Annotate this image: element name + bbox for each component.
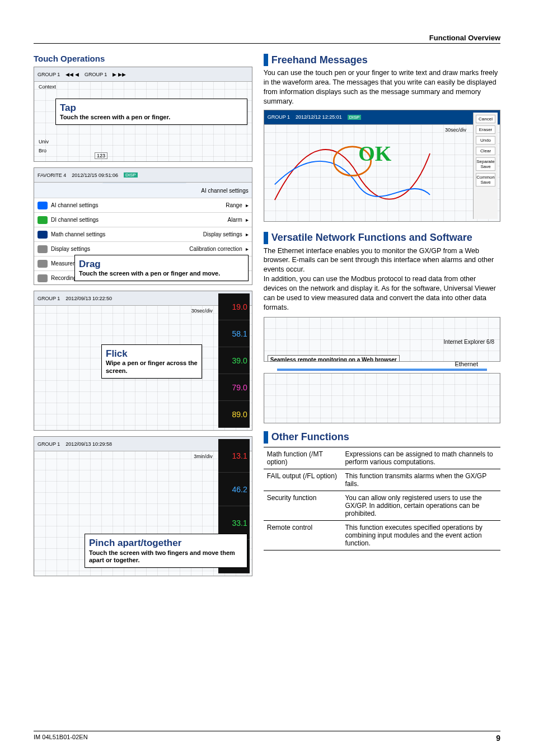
table-row: Security functionYou can allow only regi… — [264, 491, 500, 520]
freehand-toolbar: Cancel Eraser Undo Clear Separate Save C… — [473, 113, 498, 219]
network-body: The Ethernet interface enables you to mo… — [264, 246, 500, 312]
section-bar-icon — [264, 54, 268, 66]
drag-screenshot: FAVORITE 4 2012/12/15 09:51:06 DISP AI c… — [34, 167, 252, 285]
top-group: GROUP 1 — [38, 72, 60, 77]
table-row: Remote controlThis function executes spe… — [264, 520, 500, 550]
other-functions-table: Math function (/MT option)Expressions ca… — [264, 447, 500, 550]
drag-title: Drag — [79, 259, 101, 269]
clear-button[interactable]: Clear — [476, 147, 495, 155]
flick-text: Wipe a pen or finger across the screen. — [106, 360, 198, 374]
drag-text: Touch the screen with a pen or finger an… — [79, 270, 220, 277]
flick-title: Flick — [106, 348, 128, 359]
ethernet-line: Ethernet — [277, 368, 487, 371]
tap-text: Touch the screen with a pen or finger. — [60, 114, 170, 120]
browser-screenshot: Seamless remote monitoring on a Web brow… — [264, 317, 500, 362]
header-section: Functional Overview — [34, 34, 500, 44]
device-screenshot — [264, 373, 500, 423]
section-bar-icon — [264, 431, 268, 444]
freehand-screenshot: GROUP 1 2012/12/12 12:25:01 DISP 30sec/d… — [264, 110, 500, 222]
table-row: Math function (/MT option)Expressions ca… — [264, 447, 500, 469]
context-label: Context — [39, 84, 56, 90]
sep-save-button[interactable]: Separate Save — [476, 157, 495, 171]
section-bar-icon — [264, 232, 268, 244]
freehand-curves — [270, 133, 435, 211]
touch-ops-title: Touch Operations — [34, 54, 252, 63]
freehand-ok: OK — [358, 141, 391, 166]
page-number: 9 — [496, 734, 500, 743]
tap-screenshot: GROUP 1 ◀◀ ◀GROUP 1▶ ▶▶ Context Tap Touc… — [34, 67, 252, 162]
ie-label: Internet Explorer 6/8 — [443, 339, 494, 345]
seamless-caption: Seamless remote monitoring on a Web brow… — [268, 355, 400, 362]
other-title: Other Functions — [271, 431, 349, 443]
ethernet-label: Ethernet — [455, 361, 478, 367]
tap-title: Tap — [60, 102, 76, 113]
network-title: Versatile Network Functions and Software — [271, 232, 472, 244]
freehand-title: Freehand Messages — [271, 54, 368, 66]
pinch-text: Touch the screen with two fingers and mo… — [89, 549, 235, 564]
com-save-button[interactable]: Common Save — [476, 173, 495, 186]
footer-doc-id: IM 04L51B01-02EN — [34, 734, 88, 743]
pinch-screenshot: GROUP 1 2012/09/13 10:29:58 3min/div 13.… — [34, 436, 252, 576]
cancel-button[interactable]: Cancel — [476, 115, 495, 123]
freehand-body: You can use the touch pen or your finger… — [264, 68, 500, 106]
pinch-title: Pinch apart/together — [89, 538, 181, 548]
eraser-button[interactable]: Eraser — [476, 125, 495, 134]
right-column: Freehand Messages You can use the touch … — [264, 54, 500, 576]
table-row: FAIL output (/FL option)This function tr… — [264, 469, 500, 491]
touch-operations-col: Touch Operations GROUP 1 ◀◀ ◀GROUP 1▶ ▶▶… — [34, 54, 252, 576]
undo-button[interactable]: Undo — [476, 136, 495, 144]
flick-screenshot: GROUP 1 2012/09/13 10:22:50 30sec/div 19… — [34, 291, 252, 431]
